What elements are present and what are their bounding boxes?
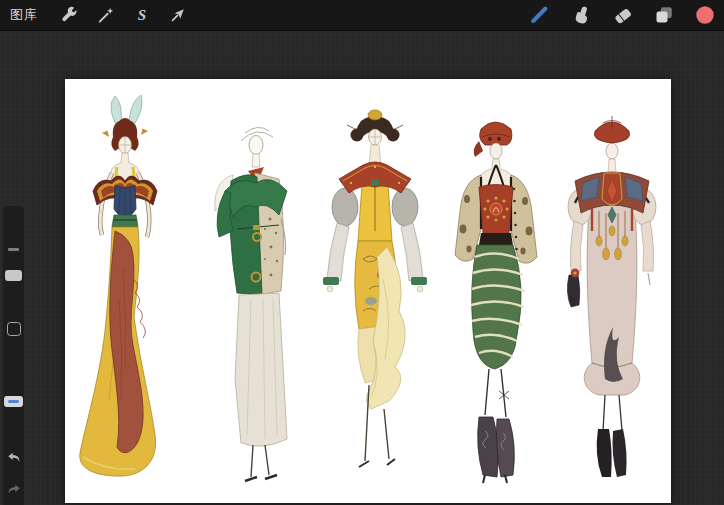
smudge-button[interactable]	[570, 3, 594, 27]
slider-tick	[8, 248, 19, 251]
drawing-canvas[interactable]	[65, 79, 671, 503]
redo-button[interactable]	[4, 480, 23, 499]
transform-arrow-icon	[168, 5, 188, 25]
opacity-slider-accent	[8, 400, 19, 403]
wrench-icon	[60, 5, 80, 25]
figure-3	[323, 110, 427, 467]
erase-button[interactable]	[611, 3, 635, 27]
paint-button[interactable]	[529, 3, 553, 27]
brush-icon	[530, 4, 552, 26]
adjustments-button[interactable]	[94, 3, 118, 27]
selection-button[interactable]: S	[130, 3, 154, 27]
figure-5	[567, 116, 656, 477]
fashion-illustration-artwork	[65, 79, 671, 503]
workspace-background	[0, 31, 724, 505]
undo-button[interactable]	[4, 448, 23, 467]
toolbar-left-group: 图库 S	[0, 3, 190, 27]
selection-s-icon: S	[138, 7, 146, 24]
top-toolbar: 图库 S	[0, 0, 724, 31]
undo-arrow-icon	[6, 450, 22, 466]
figure-1	[80, 95, 157, 476]
transform-button[interactable]	[166, 3, 190, 27]
smudge-finger-icon	[571, 4, 593, 26]
eraser-icon	[612, 4, 634, 26]
opacity-slider[interactable]	[4, 396, 23, 407]
procreate-window: 图库 S	[0, 0, 724, 505]
brush-sidebar	[3, 206, 24, 505]
modify-button[interactable]	[7, 322, 21, 336]
redo-arrow-icon	[6, 482, 22, 498]
magic-wand-icon	[96, 5, 116, 25]
color-button[interactable]	[693, 3, 717, 27]
toolbar-right-group	[529, 3, 724, 27]
figure-2	[215, 127, 287, 481]
actions-button[interactable]	[58, 3, 82, 27]
figure-4	[455, 122, 537, 483]
layers-icon	[653, 4, 675, 26]
gallery-button[interactable]: 图库	[10, 6, 38, 24]
layers-button[interactable]	[652, 3, 676, 27]
brush-size-slider[interactable]	[5, 270, 22, 281]
color-swatch	[694, 4, 716, 26]
